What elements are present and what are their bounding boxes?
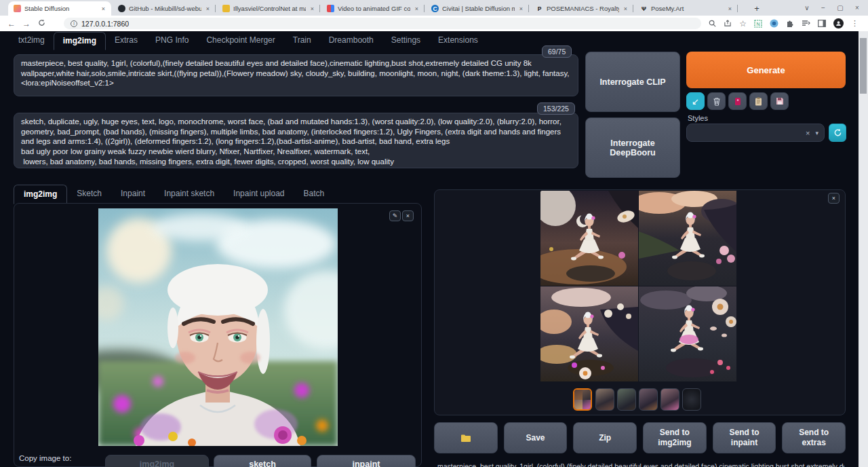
save-style-button[interactable] [770,92,789,110]
extensions-puzzle-icon[interactable] [786,20,794,28]
copy-to-sketch-button[interactable]: sketch [214,455,311,467]
tab-txt2img[interactable]: txt2img [9,32,54,50]
save-button[interactable]: Save [504,422,568,453]
share-icon[interactable] [724,20,732,27]
new-tab-button[interactable]: + [750,1,764,15]
tab-close-icon[interactable]: × [622,5,629,13]
extra-networks-button[interactable] [728,92,747,110]
tab-dreambooth[interactable]: Dreambooth [320,32,382,50]
subtab-img2img[interactable]: img2img [14,185,67,204]
gallery-thumbnail-2[interactable] [595,388,614,411]
reading-list-icon[interactable] [802,20,810,27]
send-to-inpaint-button[interactable]: Send to inpaint [713,422,776,453]
img2img-tab-bar: img2img Sketch Inpaint Inpaint sketch In… [14,185,334,204]
extension-n-icon[interactable]: N [754,20,762,28]
open-folder-button[interactable] [434,422,498,453]
gallery-thumbnail-6[interactable] [682,388,701,411]
forward-button[interactable]: → [19,19,34,29]
interrogate-clip-button[interactable]: Interrogate CLIP [585,52,680,112]
paste-generation-params-button[interactable]: ↙ [686,92,705,110]
clipboard-icon [755,97,762,106]
controlnet-favicon [222,5,230,12]
negative-prompt-input[interactable]: sketch, duplicate, ugly, huge eyes, text… [14,113,578,168]
github-favicon [118,5,125,12]
browser-tab-posemaniacs[interactable]: P POSEMANIACS - Royalty free 3 × [530,1,633,16]
stable-diffusion-favicon [14,5,21,12]
window-minimize-button[interactable]: − [814,0,833,16]
side-panel-icon[interactable] [818,20,826,27]
extension-blue-icon[interactable] [770,19,778,28]
subtab-inpaint[interactable]: Inpaint [111,185,155,204]
generation-info-text: masterpiece, best quality, 1girl, (color… [437,462,844,467]
zip-button[interactable]: Zip [573,422,637,453]
styles-clear-icon[interactable]: × [806,129,810,137]
tab-close-icon[interactable]: × [309,5,316,13]
styles-select[interactable]: × ▾ [686,124,825,142]
window-close-button[interactable]: × [848,0,867,16]
prompt-input[interactable]: masterpiece, best quality, 1girl, (color… [14,54,578,96]
browser-tab-civitai[interactable]: C Civitai | Stable Diffusion models × [426,1,529,16]
refresh-styles-button[interactable] [829,124,846,142]
subtab-sketch[interactable]: Sketch [67,185,111,204]
gallery-image-2[interactable] [639,191,736,286]
tab-img2img[interactable]: img2img [54,32,106,50]
close-gallery-button[interactable]: × [828,193,840,204]
send-to-extras-button[interactable]: Send to extras [782,422,846,453]
copy-to-img2img-button[interactable]: img2img [105,455,209,467]
gallery-image-3[interactable] [540,286,638,381]
site-info-icon[interactable]: i [71,20,77,27]
subtab-inpaint-upload[interactable]: Inpaint upload [224,185,294,204]
gallery-thumbnail-3[interactable] [617,388,636,411]
tab-extensions[interactable]: Extensions [429,32,487,50]
apply-style-button[interactable] [749,92,768,110]
bookmark-star-icon[interactable]: ☆ [739,19,747,29]
url-text: 127.0.0.1:7860 [81,20,129,28]
tab-close-icon[interactable]: × [517,5,525,13]
remove-image-button[interactable]: × [402,210,414,221]
gallery-thumbnail-1[interactable] [573,388,592,411]
img2img-source-image[interactable] [98,208,338,446]
browser-tab-stable-diffusion[interactable]: Stable Diffusion × [8,1,111,16]
reload-button[interactable] [34,19,49,29]
browser-menu-icon[interactable]: ⋮ [851,19,859,28]
scrollbar-thumb[interactable] [860,38,867,94]
thumbnail-grid-preview [574,390,591,409]
url-bar[interactable]: i 127.0.0.1:7860 [64,18,701,29]
copy-to-inpaint-button[interactable]: inpaint [317,455,416,467]
subtab-inpaint-sketch[interactable]: Inpaint sketch [155,185,224,204]
tab-png-info[interactable]: PNG Info [146,32,197,50]
gallery-thumbnail-4[interactable] [639,388,658,411]
gallery-image-4[interactable] [639,286,736,381]
tab-extras[interactable]: Extras [106,32,146,50]
tab-close-icon[interactable]: × [726,5,734,13]
tab-checkpoint-merger[interactable]: Checkpoint Merger [197,32,283,50]
scrollbar[interactable] [859,31,868,467]
pencil-icon: ✎ [393,212,398,219]
window-maximize-button[interactable]: ▢ [831,0,850,16]
browser-tab-gif-converter[interactable]: Video to animated GIF converter × [321,1,425,16]
tab-train[interactable]: Train [284,32,320,50]
browser-tab-github[interactable]: GitHub - Mikubill/sd-webui-co × [113,1,216,16]
back-button[interactable]: ← [4,19,19,29]
posemyart-favicon: Ψ [640,5,648,12]
tab-close-icon[interactable]: × [204,5,212,13]
browser-tab-posemyart[interactable]: Ψ PoseMy.Art × [635,1,738,16]
subtab-batch[interactable]: Batch [294,185,334,204]
tab-settings[interactable]: Settings [382,32,429,50]
browser-tab-controlnet[interactable]: Illyasviel/ControlNet at main × [217,1,320,16]
gallery-thumbnail-5[interactable] [660,388,679,411]
close-icon: × [832,195,835,202]
edit-image-button[interactable]: ✎ [389,210,401,221]
tab-close-icon[interactable]: × [100,5,107,13]
svg-text:N: N [756,21,760,26]
clear-prompt-button[interactable] [707,92,726,110]
zoom-icon[interactable] [709,20,716,27]
profile-avatar[interactable] [833,18,844,29]
interrogate-deepbooru-button[interactable]: Interrogate DeepBooru [585,117,680,178]
chevron-down-icon[interactable]: ▾ [815,130,818,136]
gallery-image-1[interactable] [540,191,638,286]
generate-button[interactable]: Generate [686,52,846,88]
main-tab-bar: txt2img img2img Extras PNG Info Checkpoi… [9,32,487,50]
tab-close-icon[interactable]: × [413,5,420,13]
send-to-img2img-button[interactable]: Send to img2img [643,422,707,453]
